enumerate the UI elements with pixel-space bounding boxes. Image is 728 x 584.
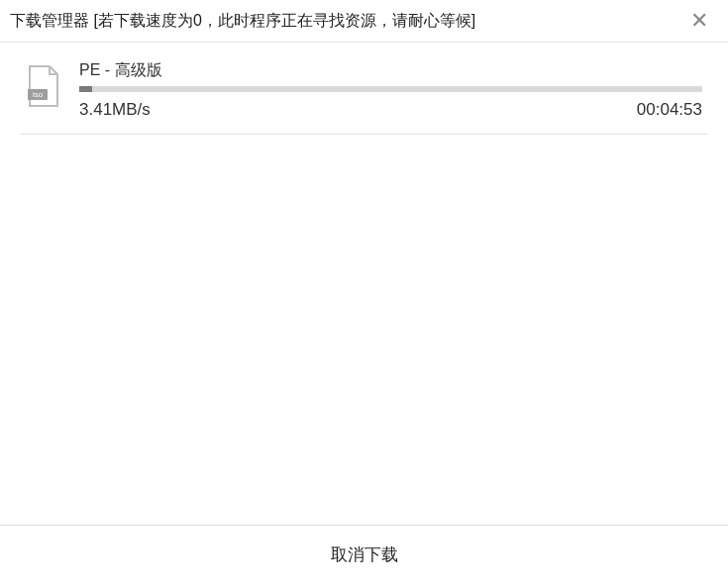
window-title: 下载管理器 [若下载速度为0，此时程序正在寻找资源，请耐心等候]	[10, 11, 475, 32]
download-item: iso PE - 高级版 3.41MB/s 00:04:53	[20, 54, 708, 135]
titlebar: 下载管理器 [若下载速度为0，此时程序正在寻找资源，请耐心等候] ✕	[0, 0, 728, 43]
close-button[interactable]: ✕	[684, 8, 714, 34]
download-remaining: 00:04:53	[637, 100, 702, 120]
download-speed: 3.41MB/s	[79, 100, 151, 120]
download-manager-window: 下载管理器 [若下载速度为0，此时程序正在寻找资源，请耐心等候] ✕ iso P…	[0, 0, 728, 584]
progress-bar	[79, 86, 702, 92]
footer: 取消下载	[0, 525, 728, 584]
download-info: PE - 高级版 3.41MB/s 00:04:53	[79, 60, 702, 120]
close-icon: ✕	[690, 8, 708, 33]
download-list: iso PE - 高级版 3.41MB/s 00:04:53	[0, 43, 728, 525]
download-filename: PE - 高级版	[79, 60, 702, 81]
cancel-download-button[interactable]: 取消下载	[331, 543, 398, 566]
file-iso-icon: iso	[26, 64, 61, 108]
progress-fill	[79, 86, 92, 92]
download-stats: 3.41MB/s 00:04:53	[79, 100, 702, 120]
svg-text:iso: iso	[33, 90, 44, 99]
